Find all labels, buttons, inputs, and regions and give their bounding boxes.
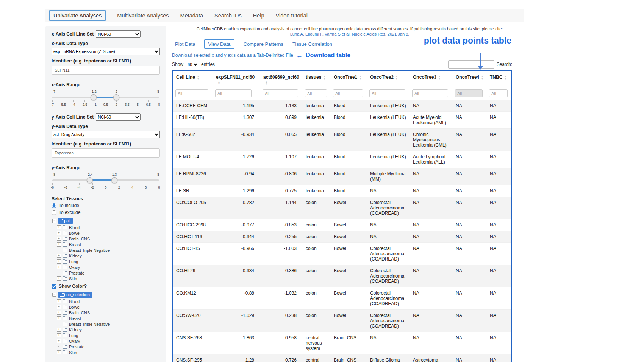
column-header-oncotree4[interactable]: OncoTree4▲▼: [453, 71, 487, 88]
to-exclude-radio[interactable]: [52, 210, 56, 215]
tree-item-bowel[interactable]: +Bowel: [57, 304, 160, 310]
column-header-oncotree3[interactable]: OncoTree3▲▼: [410, 71, 453, 88]
table-row[interactable]: CO:SW-620-1.0290.238colonBowelColorectal…: [173, 310, 511, 332]
table-row[interactable]: LE:SR1.2960.775leukemiaBloodNANANANA: [173, 185, 511, 197]
tree-item-lung[interactable]: +Lung: [57, 259, 160, 264]
column-header-tnbc[interactable]: TNBC▲▼: [487, 71, 511, 88]
tree-item-breast[interactable]: +Breast: [57, 242, 160, 247]
x-cell-line-set-select[interactable]: NCI-60: [96, 30, 141, 38]
column-header-oncotree2[interactable]: OncoTree2▲▼: [367, 71, 410, 88]
collapse-icon[interactable]: −: [52, 219, 56, 223]
nav-tab-metadata[interactable]: Metadata: [180, 12, 203, 19]
show-color-option[interactable]: Show Color?: [52, 284, 160, 289]
table-row[interactable]: CO:COLO 205-0.782-1.144colonBowelColorec…: [173, 197, 511, 219]
filter-input-cell-line[interactable]: [175, 89, 208, 97]
tree-item-ovary[interactable]: +Ovary: [57, 264, 160, 270]
expand-icon[interactable]: +: [57, 350, 61, 354]
tab-plot-data[interactable]: Plot Data: [175, 41, 195, 47]
column-header-cell-line[interactable]: Cell Line▲▼: [173, 71, 213, 88]
tree-item-breast-triple-negative[interactable]: Breast Triple Negative: [57, 247, 160, 253]
expand-icon[interactable]: +: [57, 333, 61, 337]
table-row[interactable]: LE:MOLT-41.7261.107leukemiaBloodLeukemia…: [173, 151, 511, 168]
column-header-expslfn11-nci60[interactable]: expSLFN11_nci60▲▼: [213, 71, 260, 88]
filter-input-oncotree4[interactable]: [455, 89, 483, 97]
tab-compare-patterns[interactable]: Compare Patterns: [244, 41, 284, 47]
filter-input-tnbc[interactable]: [489, 89, 508, 97]
expand-icon[interactable]: +: [57, 305, 61, 309]
column-header-act609699-nci60[interactable]: act609699_nci60▲▼: [260, 71, 303, 88]
table-row[interactable]: CO:HT29-0.934-0.386colonBowelColorectal …: [173, 265, 511, 287]
table-row[interactable]: CNS:SF-2951.280.726central nervous syste…: [173, 354, 511, 362]
sort-icon[interactable]: ▲▼: [323, 75, 325, 80]
expand-icon[interactable]: +: [57, 237, 61, 241]
sort-icon[interactable]: ▲▼: [504, 75, 506, 80]
to-include-radio[interactable]: [52, 203, 56, 208]
tree-item-prostate[interactable]: Prostate: [57, 270, 160, 276]
tree-item-skin[interactable]: +Skin: [57, 350, 160, 355]
table-row[interactable]: CNS:SF-2681.8630.958central nervous syst…: [173, 332, 511, 354]
slider-handle[interactable]: [111, 177, 117, 183]
show-color-checkbox[interactable]: [52, 284, 56, 289]
table-row[interactable]: LE:CCRF-CEM1.1951.133leukemiaBloodLeukem…: [173, 100, 511, 112]
table-row[interactable]: CO:HCC-2998-0.977-0.853colonBowelNANANAN…: [173, 219, 511, 231]
tree-item-kidney[interactable]: +Kidney: [57, 253, 160, 259]
table-row[interactable]: LE:HL-60(TB)1.3070.699leukemiaBloodLeuke…: [173, 112, 511, 129]
x-data-type-select[interactable]: exp: mRNA Expression (Z-Score): [52, 48, 160, 55]
entries-select[interactable]: 60: [186, 61, 199, 68]
y-data-type-select[interactable]: act: Drug Activity: [52, 131, 160, 138]
tree-item-brain-cns[interactable]: +Brain_CNS: [57, 236, 160, 242]
sort-icon[interactable]: ▲▼: [481, 75, 483, 80]
filter-input-oncotree1[interactable]: [333, 89, 363, 97]
nav-tab-help[interactable]: Help: [253, 12, 264, 19]
table-row[interactable]: CO:HCT-15-0.966-1.003colonBowelColorecta…: [173, 243, 511, 265]
slider-handle[interactable]: [113, 94, 119, 100]
expand-icon[interactable]: +: [57, 339, 61, 343]
tree-item-ovary[interactable]: +Ovary: [57, 338, 160, 344]
column-header-tissues[interactable]: tissues▲▼: [303, 71, 331, 88]
tree-item-skin[interactable]: +Skin: [57, 276, 160, 281]
sort-icon[interactable]: ▲▼: [265, 81, 267, 85]
expand-icon[interactable]: +: [57, 259, 61, 264]
download-link[interactable]: Download selected x and y axis data as a…: [172, 53, 293, 58]
tree-root-no-selection[interactable]: −no_selection: [52, 292, 160, 298]
tree-item-blood[interactable]: +Blood: [57, 225, 160, 230]
filter-input-oncotree3[interactable]: [412, 89, 448, 97]
sort-icon[interactable]: ▲▼: [359, 75, 361, 80]
column-header-oncotree1[interactable]: OncoTree1▲▼: [331, 71, 367, 88]
x-identifier-input[interactable]: [52, 66, 160, 75]
table-row[interactable]: LE:RPMI-8226-0.94-0.806leukemiaBloodMult…: [173, 168, 511, 185]
expand-icon[interactable]: +: [57, 276, 61, 281]
tree-root-all[interactable]: −all: [52, 218, 160, 224]
expand-icon[interactable]: +: [57, 299, 61, 303]
collapse-icon[interactable]: −: [52, 293, 56, 297]
y-range-slider[interactable]: -88-2.41.3-8-6-4-202468: [52, 172, 159, 191]
expand-icon[interactable]: +: [57, 225, 61, 229]
tree-item-kidney[interactable]: +Kidney: [57, 327, 160, 332]
tree-item-breast[interactable]: +Breast: [57, 315, 160, 321]
slider-handle[interactable]: [87, 177, 93, 183]
y-identifier-input[interactable]: [52, 148, 160, 158]
search-input[interactable]: [448, 60, 494, 69]
filter-input-oncotree2[interactable]: [369, 89, 405, 97]
tree-item-breast-triple-negative[interactable]: Breast Triple Negative: [57, 321, 160, 327]
nav-tab-search-ids[interactable]: Search IDs: [214, 12, 242, 19]
tree-item-lung[interactable]: +Lung: [57, 332, 160, 338]
tab-tissue-correlation[interactable]: Tissue Correlation: [292, 41, 332, 47]
tree-item-bowel[interactable]: +Bowel: [57, 230, 160, 236]
nav-tab-multivariate-analyses[interactable]: Multivariate Analyses: [117, 12, 169, 19]
nav-tab-univariate-analyses[interactable]: Univariate Analyses: [49, 10, 106, 21]
expand-icon[interactable]: +: [57, 311, 61, 315]
nav-tab-video-tutorial[interactable]: Video tutorial: [276, 12, 308, 19]
filter-input-act609699-nci60[interactable]: [263, 89, 298, 97]
y-cell-line-set-select[interactable]: NCI-60: [96, 113, 141, 121]
sort-icon[interactable]: ▲▼: [197, 75, 199, 80]
expand-icon[interactable]: +: [57, 231, 61, 235]
tree-item-prostate[interactable]: Prostate: [57, 344, 160, 350]
expand-icon[interactable]: +: [57, 316, 61, 320]
tree-item-blood[interactable]: +Blood: [57, 298, 160, 304]
table-row[interactable]: LE:K-562-0.9340.065leukemiaBloodLeukemia…: [173, 129, 511, 151]
tree-item-brain-cns[interactable]: +Brain_CNS: [57, 310, 160, 315]
sort-icon[interactable]: ▲▼: [218, 81, 220, 85]
expand-icon[interactable]: +: [57, 265, 61, 269]
table-row[interactable]: CO:HCT-116-0.9440.255colonBowelNANANANA: [173, 231, 511, 243]
